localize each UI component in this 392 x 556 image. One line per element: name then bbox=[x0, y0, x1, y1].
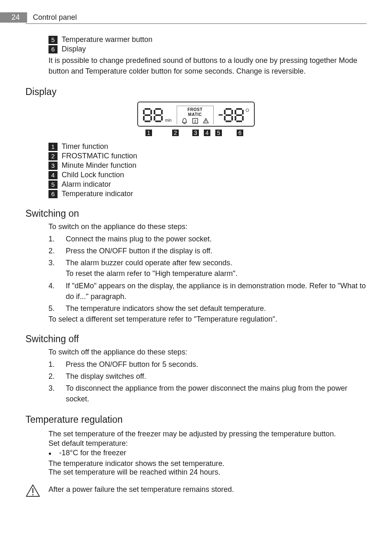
list-item: 5Alarm indicator bbox=[48, 180, 367, 189]
top-numbered-list: 5 Temperature warmer button 6 Display bbox=[48, 35, 367, 53]
list-item: 2.Press the ON/OFF button if the display… bbox=[48, 246, 367, 256]
intro-paragraph: It is possible to change predefined soun… bbox=[48, 55, 367, 76]
list-item: 1.Press the ON/OFF button for 5 seconds. bbox=[48, 359, 367, 370]
step-text: Press the ON/OFF button if the display i… bbox=[66, 246, 367, 256]
step-text: The alarm buzzer could operate after few… bbox=[66, 257, 367, 279]
callout-number: 3 bbox=[192, 130, 199, 136]
callout-number: 6 bbox=[237, 130, 243, 136]
page-number: 24 bbox=[0, 12, 27, 23]
step-text: To disconnect the appliance from the pow… bbox=[66, 383, 367, 404]
list-item: 3.To disconnect the appliance from the p… bbox=[48, 383, 367, 404]
bell-icon bbox=[181, 118, 188, 124]
item-number: 4 bbox=[48, 171, 58, 179]
item-label: Temperature indicator bbox=[62, 190, 133, 198]
switching-on-steps: 1.Connect the mains plug to the power so… bbox=[48, 234, 367, 314]
callout-number: 4 bbox=[204, 130, 210, 136]
item-number: 5 bbox=[48, 181, 58, 189]
list-item: 4Child Lock function bbox=[48, 171, 367, 179]
lcd-panel: min FROST MATIC bbox=[137, 102, 254, 127]
section-title-switching-off: Switching off bbox=[25, 334, 367, 345]
item-label: Timer function bbox=[62, 142, 108, 151]
step-text: The display switches off. bbox=[66, 371, 367, 382]
item-label: Child Lock function bbox=[62, 171, 124, 179]
list-item: 4.If "dEMo" appears on the display, the … bbox=[48, 280, 367, 302]
section-title-switching-on: Switching on bbox=[25, 208, 367, 219]
display-diagram: min FROST MATIC bbox=[25, 102, 367, 137]
alarm-icon bbox=[203, 118, 209, 124]
callout-number: 2 bbox=[172, 130, 179, 136]
temp-reg-p1: The set temperature of the freezer may b… bbox=[48, 429, 367, 439]
step-text: Press the ON/OFF button for 5 seconds. bbox=[66, 359, 367, 370]
item-label: Temperature warmer button bbox=[62, 35, 152, 44]
temperature-digits bbox=[219, 108, 249, 123]
temp-reg-p2: Set default temperature: bbox=[48, 439, 367, 448]
header-section-title: Control panel bbox=[33, 13, 77, 22]
frostmatic-label-line2: MATIC bbox=[188, 113, 202, 117]
section-title-display: Display bbox=[25, 86, 367, 97]
item-number: 6 bbox=[48, 190, 58, 198]
temp-reg-p3: The temperature indicator shows the set … bbox=[48, 459, 367, 468]
list-item: 5 Temperature warmer button bbox=[48, 35, 367, 44]
note-text: After a power failure the set temperatur… bbox=[48, 484, 234, 495]
minus-sign-icon bbox=[219, 114, 223, 116]
display-legend: 1Timer function 2FROSTMATIC function 3Mi… bbox=[48, 142, 367, 198]
list-item: 1Timer function bbox=[48, 142, 367, 151]
seven-segment-icon bbox=[224, 108, 244, 123]
callout-number: 1 bbox=[145, 130, 152, 136]
min-label: min bbox=[165, 118, 171, 123]
bullet-dot-icon: • bbox=[48, 449, 59, 459]
section-title-temperature-regulation: Temperature regulation bbox=[25, 414, 367, 425]
degree-icon bbox=[246, 109, 249, 112]
temp-reg-p4: The set temperature will be reached with… bbox=[48, 468, 367, 477]
item-label: Alarm indicator bbox=[62, 180, 111, 189]
item-number: 5 bbox=[48, 36, 58, 44]
note-block: After a power failure the set temperatur… bbox=[25, 484, 367, 497]
caution-icon bbox=[25, 484, 40, 497]
list-item: 6 Display bbox=[48, 45, 367, 53]
list-item: 2.The display switches off. bbox=[48, 371, 367, 382]
item-number: 3 bbox=[48, 162, 58, 170]
item-number: 2 bbox=[48, 152, 58, 160]
bullet-item: • -18°C for the freezer bbox=[48, 449, 367, 459]
list-item: 2FROSTMATIC function bbox=[48, 152, 367, 160]
list-item: 3.The alarm buzzer could operate after f… bbox=[48, 257, 367, 279]
step-text: If "dEMo" appears on the display, the ap… bbox=[66, 280, 367, 302]
item-number: 6 bbox=[48, 45, 58, 53]
list-item: 3Minute Minder function bbox=[48, 161, 367, 170]
list-item: 6Temperature indicator bbox=[48, 190, 367, 198]
child-lock-icon bbox=[192, 118, 198, 124]
step-text: Connect the mains plug to the power sock… bbox=[66, 234, 367, 244]
item-label: FROSTMATIC function bbox=[62, 152, 137, 160]
bullet-text: -18°C for the freezer bbox=[59, 449, 126, 459]
switching-on-intro: To switch on the appliance do these step… bbox=[48, 222, 367, 231]
seven-segment-icon bbox=[143, 108, 164, 123]
page-header: 24 Control panel bbox=[25, 12, 367, 24]
mode-icons-block: FROST MATIC bbox=[177, 106, 214, 124]
list-item: 5.The temperature indicators show the se… bbox=[48, 303, 367, 314]
svg-point-3 bbox=[32, 494, 33, 496]
list-item: 1.Connect the mains plug to the power so… bbox=[48, 234, 367, 244]
switching-off-steps: 1.Press the ON/OFF button for 5 seconds.… bbox=[48, 359, 367, 404]
callout-number: 5 bbox=[215, 130, 222, 136]
switching-off-intro: To switch off the appliance do these ste… bbox=[48, 348, 367, 357]
timer-digits: min bbox=[143, 108, 171, 123]
item-label: Display bbox=[62, 45, 86, 53]
item-label: Minute Minder function bbox=[62, 161, 136, 170]
item-number: 1 bbox=[48, 143, 58, 151]
switching-on-outro: To select a different set temperature re… bbox=[48, 315, 367, 324]
step-text: The temperature indicators show the set … bbox=[66, 303, 367, 314]
frostmatic-label-line1: FROST bbox=[187, 108, 202, 112]
